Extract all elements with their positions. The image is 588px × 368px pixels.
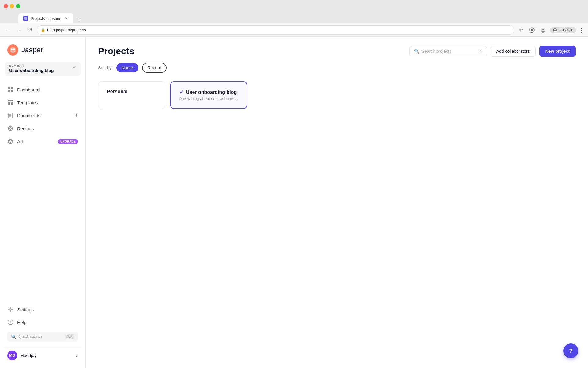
help-icon: ? xyxy=(7,319,13,325)
project-section-label: PROJECT xyxy=(9,65,54,68)
sidebar-help-label: Help xyxy=(17,320,78,325)
project-selector-info: PROJECT User onboarding blog xyxy=(9,65,54,73)
templates-icon xyxy=(7,99,13,105)
address-bar[interactable]: 🔒 beta.jasper.ai/projects xyxy=(37,25,514,35)
project-selector-name: User onboarding blog xyxy=(9,68,54,73)
browser-menu-button[interactable]: ⋮ xyxy=(579,27,584,33)
header-actions: 🔍 / Add collaborators New project xyxy=(409,46,576,57)
new-tab-button[interactable]: + xyxy=(75,15,83,23)
svg-point-11 xyxy=(11,48,13,50)
sidebar-dashboard-label: Dashboard xyxy=(17,87,78,92)
nav-forward-button[interactable]: → xyxy=(15,26,23,34)
svg-rect-14 xyxy=(11,87,13,89)
nav-back-button[interactable]: ← xyxy=(4,26,12,34)
sidebar-logo-text: Jasper xyxy=(21,46,43,54)
sidebar-item-documents[interactable]: Documents + xyxy=(4,109,82,122)
user-row[interactable]: MO Moodjoy ∨ xyxy=(4,347,82,363)
extensions-icon[interactable] xyxy=(528,26,536,34)
page-title: Projects xyxy=(98,46,134,56)
traffic-lights xyxy=(4,4,20,8)
sidebar-item-dashboard[interactable]: Dashboard xyxy=(4,83,82,96)
sort-by-name-button[interactable]: Name xyxy=(116,63,138,72)
browser-titlebar xyxy=(0,0,588,12)
project-card-user-onboarding-title: User onboarding blog xyxy=(186,90,237,95)
profile-icon[interactable] xyxy=(539,26,547,34)
sidebar-item-help[interactable]: ? Help xyxy=(4,316,82,328)
browser-chrome: Projects - Jasper ✕ + ← → ↺ 🔒 beta.jaspe… xyxy=(0,0,588,37)
svg-rect-17 xyxy=(8,100,13,101)
recipes-icon xyxy=(7,125,13,132)
sidebar-item-templates[interactable]: Templates xyxy=(4,96,82,109)
browser-nav: ← → ↺ 🔒 beta.jasper.ai/projects ☆ Incogn… xyxy=(0,23,588,37)
svg-point-7 xyxy=(554,29,556,30)
sort-bar: Sort by: Name Recent xyxy=(86,63,588,79)
lock-icon: 🔒 xyxy=(41,28,45,32)
sidebar: Jasper PROJECT User onboarding blog ⌃ Da… xyxy=(0,37,86,368)
svg-point-5 xyxy=(541,31,545,33)
search-box[interactable]: 🔍 / xyxy=(409,46,487,56)
tab-title: Projects - Jasper xyxy=(31,16,61,21)
svg-point-12 xyxy=(13,48,15,50)
art-upgrade-badge[interactable]: UPGRADE xyxy=(58,139,78,144)
add-collaborators-button[interactable]: Add collaborators xyxy=(491,46,536,57)
dashboard-icon xyxy=(7,86,13,93)
sidebar-recipes-label: Recipes xyxy=(17,126,78,131)
user-avatar: MO xyxy=(7,351,17,360)
sidebar-logo: Jasper xyxy=(0,37,85,62)
tab-close-button[interactable]: ✕ xyxy=(64,16,69,21)
sidebar-nav: Dashboard Templates Documents + xyxy=(0,81,85,300)
art-icon xyxy=(7,138,13,144)
project-card-active-header: ✓ User onboarding blog xyxy=(179,89,238,95)
svg-text:?: ? xyxy=(10,320,11,325)
svg-rect-18 xyxy=(8,102,10,105)
incognito-label: Incognito xyxy=(558,28,573,32)
project-selector-chevron: ⌃ xyxy=(72,66,76,72)
sidebar-item-settings[interactable]: Settings xyxy=(4,303,82,316)
sort-label: Sort by: xyxy=(98,65,113,70)
traffic-red[interactable] xyxy=(4,4,8,8)
project-card-personal-title: Personal xyxy=(107,89,128,94)
projects-grid: Personal ✓ User onboarding blog A new bl… xyxy=(86,79,588,111)
search-input[interactable] xyxy=(422,49,475,54)
svg-point-32 xyxy=(11,140,12,141)
bookmark-icon[interactable]: ☆ xyxy=(517,26,525,34)
svg-point-30 xyxy=(8,139,13,144)
settings-icon xyxy=(7,306,13,312)
documents-add-icon[interactable]: + xyxy=(75,112,78,119)
sidebar-item-art[interactable]: Art UPGRADE xyxy=(4,135,82,148)
traffic-green[interactable] xyxy=(16,4,20,8)
svg-point-33 xyxy=(10,142,11,143)
sidebar-bottom: Settings ? Help 🔍 Quick search ⌘K MO Moo… xyxy=(0,300,85,368)
user-chevron-icon: ∨ xyxy=(75,353,78,358)
new-project-button[interactable]: New project xyxy=(539,46,576,57)
incognito-badge[interactable]: Incognito xyxy=(550,27,576,33)
active-browser-tab[interactable]: Projects - Jasper ✕ xyxy=(18,13,74,23)
jasper-logo-icon xyxy=(7,44,18,56)
sidebar-item-recipes[interactable]: Recipes xyxy=(4,122,82,135)
user-name: Moodjoy xyxy=(20,353,72,358)
quick-search-box[interactable]: 🔍 Quick search ⌘K xyxy=(7,332,78,342)
svg-point-34 xyxy=(9,309,11,310)
traffic-yellow[interactable] xyxy=(10,4,14,8)
project-card-personal[interactable]: Personal xyxy=(98,81,165,109)
project-active-check-icon: ✓ xyxy=(179,89,183,95)
search-shortcut: / xyxy=(478,49,482,53)
project-card-user-onboarding-desc: A new blog about user onboard... xyxy=(179,96,238,101)
quick-search-kbd: ⌘K xyxy=(65,334,74,339)
nav-actions: ☆ Incognito ⋮ xyxy=(517,26,584,34)
sort-by-recent-button[interactable]: Recent xyxy=(142,63,167,73)
main-content: Projects 🔍 / Add collaborators New proje… xyxy=(86,37,588,368)
svg-rect-15 xyxy=(8,90,10,92)
svg-point-4 xyxy=(542,29,544,30)
svg-rect-13 xyxy=(8,87,10,89)
main-header: Projects 🔍 / Add collaborators New proje… xyxy=(86,37,588,63)
svg-point-8 xyxy=(554,31,556,32)
address-url: beta.jasper.ai/projects xyxy=(47,28,86,32)
help-fab-button[interactable]: ? xyxy=(564,343,578,358)
svg-rect-19 xyxy=(11,102,13,105)
tab-favicon xyxy=(23,16,28,21)
sidebar-art-label: Art xyxy=(17,139,54,144)
project-selector[interactable]: PROJECT User onboarding blog ⌃ xyxy=(5,62,81,76)
project-card-user-onboarding[interactable]: ✓ User onboarding blog A new blog about … xyxy=(170,81,247,109)
nav-reload-button[interactable]: ↺ xyxy=(26,26,34,34)
